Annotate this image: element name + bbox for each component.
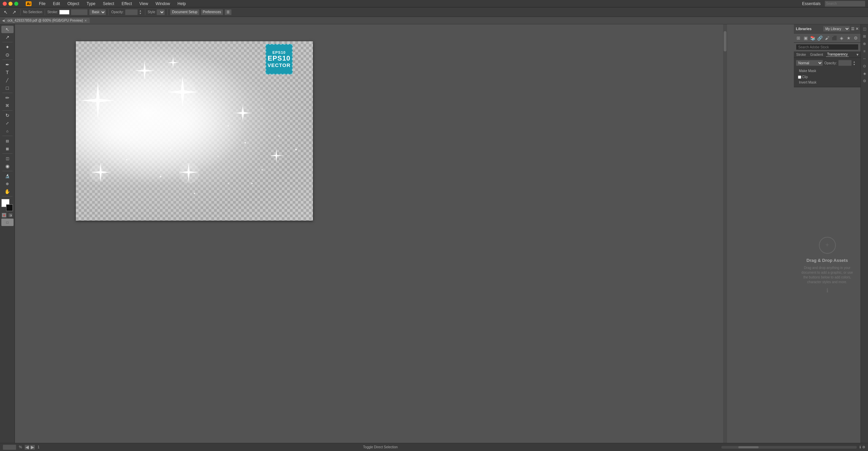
stroke-color-box[interactable] [6,204,13,211]
tab-stroke[interactable]: Stroke [795,52,807,57]
tool-zoom[interactable]: ⊕ [1,180,14,187]
tool-rect[interactable]: □ [1,84,14,92]
close-button[interactable] [3,2,7,6]
clip-checkbox[interactable] [798,75,801,79]
strip-icon-7[interactable]: ◈ [862,70,868,76]
menu-effect[interactable]: Effect [120,1,133,7]
tool-line[interactable]: ╱ [1,76,14,84]
menu-type[interactable]: Type [85,1,97,7]
document-setup-btn[interactable]: Document Setup [170,9,199,15]
none-indicator[interactable]: ⊘ [2,213,6,218]
artboard-next-btn[interactable]: ▶ [30,445,35,450]
strip-icon-1[interactable]: ◫ [862,26,868,32]
tool-pen[interactable]: ✒ [1,61,14,68]
strip-icon-6[interactable]: ⊙ [862,63,868,69]
status-settings[interactable]: ⚙ [862,445,865,449]
scrollbar-thumb[interactable] [724,31,726,51]
selection-tool-btn[interactable]: ↖ [2,8,9,16]
menu-edit[interactable]: Edit [51,1,61,7]
opacity-up[interactable]: ▲ [139,9,143,12]
strip-icon-2[interactable]: ⊞ [862,33,868,39]
stroke-color-swatch[interactable] [59,10,69,15]
panel-icon-sym[interactable]: ◈ [838,34,845,42]
panel-icon-settings[interactable]: ⚙ [853,34,859,42]
opacity-field-input[interactable]: 100% [838,60,852,66]
stock-search-input[interactable] [796,44,859,50]
tab-transparency[interactable]: Transparency [826,52,849,57]
panel-icon-star[interactable]: ★ [846,34,852,42]
strip-icon-3[interactable]: ⊕ [862,41,868,47]
panel-icon-artboards[interactable]: ▣ [802,34,809,42]
menu-help[interactable]: Help [176,1,187,7]
h-scrollbar-thumb[interactable] [738,446,759,448]
menu-view[interactable]: View [138,1,150,7]
zoom-input[interactable]: 600% [3,445,16,450]
preferences-btn[interactable]: Preferences [201,9,223,15]
tool-selection[interactable]: ↖ [1,26,14,33]
panel-icon-swatch[interactable]: ⬛ [831,34,838,42]
tab-close-icon[interactable]: ✕ [84,19,87,22]
tool-warp[interactable]: ⌂ [1,127,14,135]
invert-mask-row: Invert Mask [796,80,859,85]
tool-scale[interactable]: ⤢ [1,119,14,127]
library-menu-icon[interactable]: ☰ [851,27,854,31]
tool-columns[interactable]: ▤ [1,137,14,144]
tool-blob-brush[interactable]: ⌘ [1,102,14,109]
stroke-type-select[interactable]: Basic [89,9,106,15]
tool-paintbrush[interactable]: ✏ [1,94,14,102]
strip-icon-5[interactable]: ↔ [862,55,868,62]
library-close-icon[interactable]: ✕ [855,27,859,31]
fullscreen-button[interactable] [14,2,18,6]
library-selector[interactable]: My Library [823,26,850,32]
style-select[interactable] [156,9,165,15]
blend-mode-select[interactable]: Normal [796,60,823,66]
color-mode-btn[interactable]: ◑ [8,213,13,218]
workspace-selector[interactable]: Essentials [801,1,822,7]
tool-type[interactable]: T [1,69,14,76]
vertical-scrollbar[interactable] [723,24,727,443]
minimize-button[interactable] [8,2,13,6]
panel-icon-link[interactable]: 🔗 [817,34,823,42]
opacity-step-down[interactable]: ▼ [853,63,855,66]
menu-object[interactable]: Object [66,1,81,7]
sub-panels: Stroke Gradient Transparency ▼ Normal Op… [794,51,861,87]
sub-panel-collapse[interactable]: ▼ [856,53,859,57]
tool-lasso[interactable]: ⊙ [1,51,14,59]
strip-icon-4[interactable]: ≡ [862,48,868,54]
tool-direct-selection[interactable]: ↗ [1,33,14,41]
tool-eyedropper[interactable]: 🔬 [1,172,14,180]
tool-magic-wand[interactable]: ✦ [1,43,14,51]
opacity-step-up[interactable]: ▲ [853,61,855,63]
info-icon[interactable]: ℹ [826,287,828,294]
opacity-input[interactable]: 100% [125,9,138,15]
screen-mode-btn[interactable]: □ [1,219,14,226]
tool-rotate[interactable]: ↻ [1,112,14,119]
artboard-prev-btn[interactable]: ◀ [25,445,29,450]
opacity-down[interactable]: ▼ [139,12,143,15]
stroke-width-input[interactable] [71,9,88,15]
menu-file[interactable]: File [38,1,47,7]
tab-gradient[interactable]: Gradient [809,52,824,57]
search-input[interactable] [825,1,865,7]
document-tab[interactable]: ock_429337859.pdf @ 600% (RGB/GPU Previe… [5,18,90,23]
tool-gradient[interactable]: ◫ [1,155,14,162]
menu-window[interactable]: Window [154,1,171,7]
strip-icon-8[interactable]: ⚙ [862,78,868,84]
canvas-area[interactable]: EPS10 EPS10 VECTOR [15,24,794,443]
arrange-btn[interactable]: ☰ [225,9,232,15]
svg-point-10 [126,159,127,160]
tool-blend[interactable]: ◉ [1,162,14,170]
svg-point-14 [261,169,263,171]
tool-hand[interactable]: ✋ [1,188,14,195]
tab-nav-prev[interactable]: ◀ [2,19,5,22]
horizontal-scrollbar[interactable] [721,446,857,449]
direct-selection-tool-btn[interactable]: ↗ [10,8,18,16]
panel-icon-layers[interactable]: ⊞ [795,34,802,42]
invert-mask-btn[interactable]: Invert Mask [798,80,818,85]
clip-checkbox-label[interactable]: Clip [798,75,808,79]
panel-icon-libraries[interactable]: 📚 [809,34,816,42]
panel-icon-brush[interactable]: 🖌 [824,34,830,42]
menu-select[interactable]: Select [102,1,115,7]
make-mask-btn[interactable]: Make Mask [798,69,817,73]
tool-graph[interactable]: ▦ [1,145,14,152]
